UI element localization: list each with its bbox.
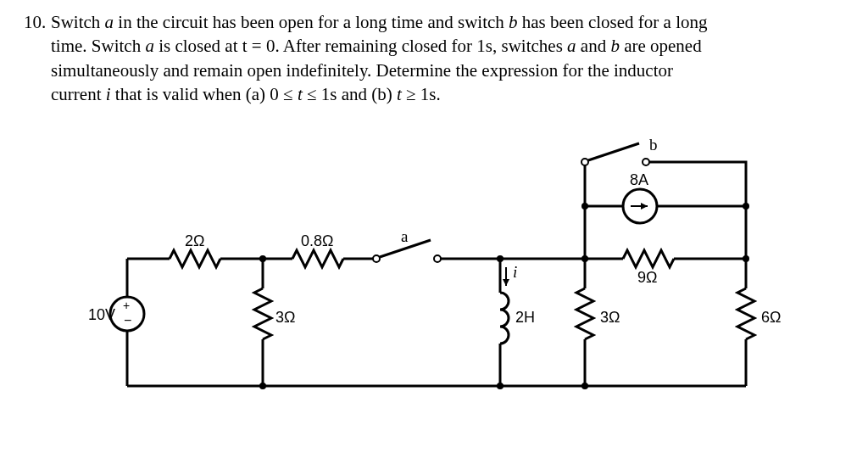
switch-b-label: b — [649, 136, 658, 154]
switch-a-label: a — [401, 227, 409, 245]
svg-point-3 — [259, 383, 266, 389]
resistor-9ohm-label: 9Ω — [637, 269, 657, 286]
svg-point-11 — [581, 203, 588, 210]
svg-text:+: + — [123, 299, 130, 312]
resistor-9ohm-icon — [623, 250, 674, 267]
circuit-diagram: + − 10V 2Ω 3Ω 0.8Ω a 2H i 3Ω b 8A 9Ω 6Ω — [93, 140, 771, 420]
problem-statement: 10.Switch a in the circuit has been open… — [0, 0, 868, 106]
switch-b-terminal — [581, 159, 588, 165]
resistor-2ohm-label: 2Ω — [185, 232, 204, 249]
resistor-3ohm-left-label: 3Ω — [275, 309, 295, 326]
circuit-svg: + − 10V 2Ω 3Ω 0.8Ω a 2H i 3Ω b 8A 9Ω 6Ω — [93, 140, 771, 420]
resistor-3ohm-right-label: 3Ω — [600, 309, 620, 326]
svg-point-10 — [743, 203, 749, 210]
inductor-icon — [500, 293, 509, 344]
switch-a-terminal — [373, 255, 380, 262]
svg-point-9 — [643, 159, 649, 165]
current-source-label: 8A — [630, 171, 648, 188]
resistor-08ohm-label: 0.8Ω — [301, 232, 333, 249]
resistor-2ohm-icon — [170, 250, 220, 267]
svg-text:−: − — [124, 313, 131, 327]
resistor-3ohm-right-icon — [576, 288, 593, 339]
current-i-label: i — [513, 263, 517, 281]
problem-number: 10. — [24, 10, 51, 34]
switch-b-icon — [588, 143, 639, 160]
resistor-6ohm-icon — [737, 288, 754, 339]
resistor-3ohm-left-icon — [254, 288, 271, 339]
resistor-6ohm-label: 6Ω — [761, 309, 781, 326]
svg-point-8 — [581, 383, 588, 389]
svg-point-6 — [497, 383, 504, 389]
svg-point-4 — [434, 255, 441, 262]
voltage-source-label: 10V — [88, 306, 115, 323]
resistor-08ohm-icon — [292, 250, 343, 267]
inductor-label: 2H — [515, 309, 535, 326]
